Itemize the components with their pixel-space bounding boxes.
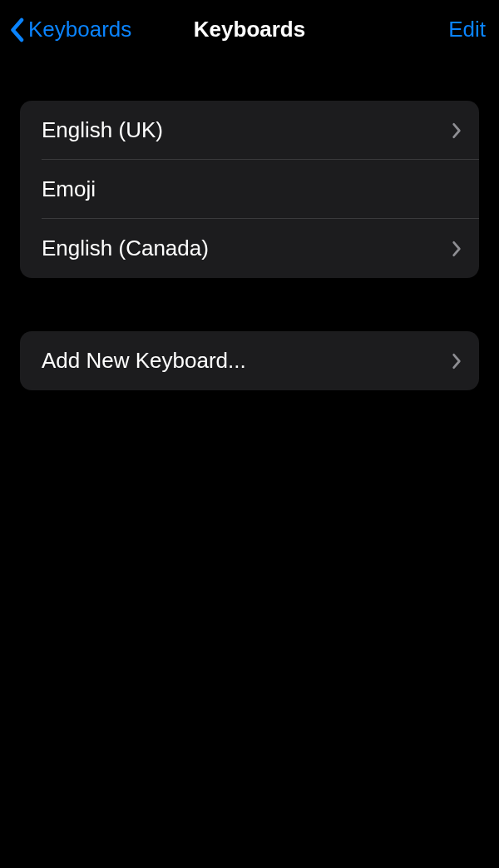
content-area: English (UK) Emoji English (Canada) Add …	[0, 59, 499, 390]
add-keyboard-label: Add New Keyboard...	[42, 348, 246, 374]
keyboard-row-emoji[interactable]: Emoji	[20, 160, 479, 219]
chevron-right-icon	[451, 352, 462, 370]
chevron-right-icon	[451, 240, 462, 258]
actions-list: Add New Keyboard...	[20, 331, 479, 390]
chevron-left-icon	[8, 17, 25, 42]
keyboard-row-english-uk[interactable]: English (UK)	[20, 101, 479, 160]
page-title: Keyboards	[194, 17, 305, 42]
keyboard-row-label: Emoji	[42, 176, 96, 202]
back-label: Keyboards	[28, 17, 131, 42]
chevron-right-icon	[451, 122, 462, 140]
navigation-bar: Keyboards Keyboards Edit	[0, 0, 499, 59]
keyboard-row-label: English (Canada)	[42, 236, 209, 261]
keyboard-row-english-canada[interactable]: English (Canada)	[20, 219, 479, 278]
keyboards-list: English (UK) Emoji English (Canada)	[20, 101, 479, 278]
back-button[interactable]: Keyboards	[8, 17, 131, 42]
add-new-keyboard-button[interactable]: Add New Keyboard...	[20, 331, 479, 390]
keyboard-row-label: English (UK)	[42, 117, 163, 143]
edit-button[interactable]: Edit	[448, 17, 486, 42]
